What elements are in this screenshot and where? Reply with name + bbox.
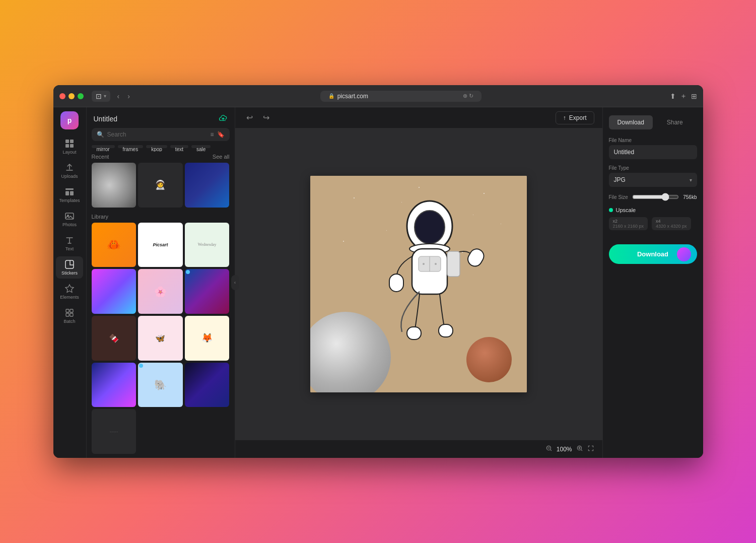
lib-item-flowers[interactable]: 🌸 bbox=[138, 269, 183, 314]
file-type-label: File Type bbox=[609, 165, 697, 171]
download-share-tabs: Download Share bbox=[609, 115, 697, 129]
sidebar-item-photos[interactable]: Photos bbox=[56, 208, 83, 230]
filter-button[interactable]: ≡ bbox=[210, 131, 214, 138]
download-main-button[interactable]: Download bbox=[609, 244, 697, 264]
lib-item-blue-art[interactable] bbox=[185, 269, 230, 314]
bookmark-button[interactable]: 🔖 bbox=[217, 131, 225, 138]
sidebar-item-elements[interactable]: Elements bbox=[56, 281, 83, 303]
canvas-image[interactable] bbox=[310, 176, 527, 392]
sidebar-item-layout[interactable]: Layout bbox=[56, 135, 83, 158]
minimize-button[interactable] bbox=[68, 93, 75, 99]
export-label: Export bbox=[569, 114, 587, 121]
text-icon bbox=[64, 235, 75, 245]
svg-rect-0 bbox=[65, 140, 69, 143]
browser-titlebar: ⊡ ▾ ‹ › 🔒 picsart.com ⊕ ↻ ⬆ ＋ ⊞ bbox=[53, 85, 703, 107]
share-tab[interactable]: Share bbox=[653, 115, 697, 129]
forward-button[interactable]: › bbox=[124, 91, 133, 101]
sidebar-toggle-button[interactable]: ⊡ ▾ bbox=[92, 91, 110, 102]
left-panel: Untitled 🔍 ≡ 🔖 bbox=[87, 107, 235, 458]
sidebar-item-templates[interactable]: Templates bbox=[56, 184, 83, 206]
chevron-down-icon: ▾ bbox=[104, 93, 106, 99]
see-all-button[interactable]: See all bbox=[213, 154, 230, 160]
recent-item-moon[interactable] bbox=[92, 163, 136, 208]
lib-item-picsart[interactable]: Picsart bbox=[138, 223, 183, 267]
canvas-toolbar: ↩ ↪ ↑ Export bbox=[235, 107, 602, 128]
lib-item-wednesday[interactable]: Wednesday bbox=[185, 223, 230, 267]
sidebar-item-text-label: Text bbox=[65, 246, 74, 251]
filter-tag-kpop[interactable]: kpop bbox=[146, 145, 167, 148]
svg-point-15 bbox=[415, 211, 445, 244]
layout-icon bbox=[64, 139, 75, 149]
batch-icon bbox=[64, 308, 75, 318]
cloud-icon bbox=[219, 113, 228, 122]
download-tab[interactable]: Download bbox=[609, 115, 653, 129]
lib-item-crab[interactable]: 🦀 bbox=[92, 223, 136, 267]
search-icon: 🔍 bbox=[97, 131, 104, 138]
logo-letter: p bbox=[67, 116, 72, 124]
new-tab-button[interactable]: ＋ bbox=[680, 92, 687, 101]
library-grid: 🦀 Picsart Wednesday 🌸 🍫 🦋 🦊 🐘 bbox=[87, 223, 235, 458]
grid-button[interactable]: ⊞ bbox=[691, 92, 697, 100]
maximize-button[interactable] bbox=[78, 93, 84, 99]
picsart-logo: p bbox=[60, 111, 79, 129]
lib-item-chocolate[interactable]: 🍫 bbox=[92, 316, 136, 361]
search-input[interactable] bbox=[107, 131, 208, 138]
icon-sidebar: p Layout Uploads bbox=[53, 107, 87, 458]
undo-button[interactable]: ↩ bbox=[243, 111, 256, 124]
file-name-label: File Name bbox=[609, 138, 697, 143]
sidebar-item-batch[interactable]: Batch bbox=[56, 305, 83, 327]
filter-tags: mirror frames kpop text sale bbox=[87, 145, 235, 152]
panel-title: Untitled bbox=[94, 115, 117, 123]
svg-rect-1 bbox=[70, 140, 74, 143]
right-panel: Download Share File Name File Type JPG ▾… bbox=[602, 107, 703, 458]
address-bar[interactable]: 🔒 picsart.com ⊕ ↻ bbox=[320, 91, 482, 102]
cloud-save-button[interactable] bbox=[219, 113, 228, 124]
lib-item-fox[interactable]: 🦊 bbox=[185, 316, 230, 361]
file-type-select[interactable]: JPG ▾ bbox=[609, 173, 697, 187]
lib-item-butterflies[interactable]: 🦋 bbox=[138, 316, 183, 361]
lib-item-galaxy[interactable] bbox=[185, 363, 230, 408]
sidebar-item-text[interactable]: Text bbox=[56, 232, 83, 254]
sidebar-item-elements-label: Elements bbox=[60, 295, 79, 300]
redo-button[interactable]: ↪ bbox=[260, 111, 272, 124]
file-name-input[interactable] bbox=[609, 145, 697, 159]
svg-rect-5 bbox=[65, 191, 69, 196]
svg-rect-11 bbox=[70, 309, 73, 312]
app-content: p Layout Uploads bbox=[53, 107, 703, 458]
upscale-options: x2 2160 x 2160 px x4 4320 x 4320 px bbox=[609, 217, 697, 230]
photos-icon bbox=[64, 211, 75, 221]
filter-tag-text[interactable]: text bbox=[170, 145, 188, 148]
sidebar-item-uploads[interactable]: Uploads bbox=[56, 160, 83, 182]
lib-item-neon[interactable] bbox=[92, 363, 136, 408]
upscale-x2-option[interactable]: x2 2160 x 2160 px bbox=[609, 217, 648, 230]
toolbar-right: ↑ Export bbox=[556, 111, 594, 124]
recent-item-astronaut[interactable]: 🧑‍🚀 bbox=[138, 163, 183, 208]
zoom-out-button[interactable] bbox=[545, 445, 553, 453]
canvas-area: ↩ ↪ ↑ Export bbox=[235, 107, 602, 458]
panel-collapse-button[interactable]: ‹ bbox=[231, 275, 239, 290]
filter-tag-mirror[interactable]: mirror bbox=[92, 145, 115, 148]
upscale-x4-option[interactable]: x4 4320 x 4320 px bbox=[652, 217, 691, 230]
export-button[interactable]: ↑ Export bbox=[556, 111, 594, 124]
filter-tag-frames[interactable]: frames bbox=[118, 145, 144, 148]
file-size-slider[interactable] bbox=[632, 193, 679, 201]
zoom-in-button[interactable] bbox=[576, 445, 583, 453]
svg-point-26 bbox=[435, 263, 437, 265]
svg-rect-9 bbox=[65, 260, 74, 268]
share-button[interactable]: ⬆ bbox=[670, 92, 676, 100]
sidebar-item-stickers[interactable]: Stickers bbox=[56, 256, 83, 279]
lib-item-elephant[interactable]: 🐘 bbox=[138, 363, 183, 408]
recent-item-darkblue[interactable] bbox=[185, 163, 230, 208]
fit-screen-button[interactable] bbox=[587, 445, 594, 453]
lib-item-text-art[interactable]: ············ bbox=[92, 409, 136, 454]
nav-buttons: ‹ › bbox=[114, 91, 133, 101]
zoom-level: 100% bbox=[557, 446, 572, 453]
back-button[interactable]: ‹ bbox=[114, 91, 123, 101]
x2-size: 2160 x 2160 px bbox=[613, 224, 644, 229]
close-button[interactable] bbox=[59, 93, 65, 99]
sidebar-item-stickers-label: Stickers bbox=[61, 270, 78, 276]
lib-item-gradient[interactable] bbox=[92, 269, 136, 314]
x2-label: x2 bbox=[613, 219, 644, 224]
filter-tag-sale[interactable]: sale bbox=[191, 145, 211, 148]
svg-rect-2 bbox=[65, 144, 69, 148]
